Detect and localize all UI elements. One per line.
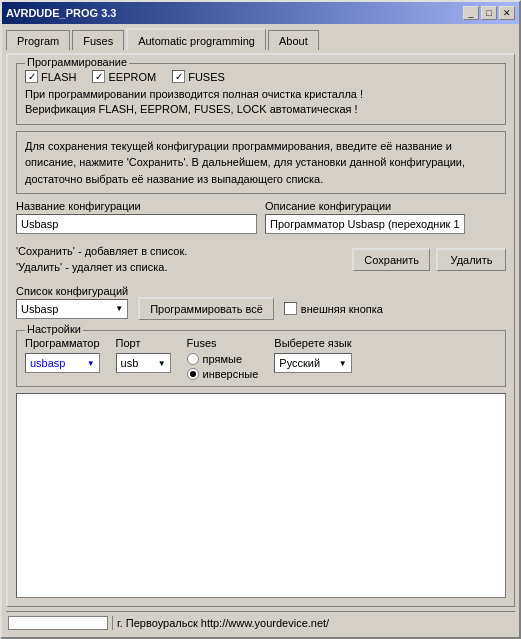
programmer-dropdown[interactable]: usbasp ▼ xyxy=(25,353,100,373)
save-delete-buttons: Сохранить Удалить xyxy=(352,248,506,271)
inverse-label: инверсные xyxy=(203,368,259,380)
config-name-input[interactable] xyxy=(16,214,257,234)
action-note-line1: 'Сохранить' - добавляет в список. xyxy=(16,244,187,259)
fuses-label: FUSES xyxy=(188,71,225,83)
inverse-radio-item: инверсные xyxy=(187,368,259,380)
config-name-group: Название конфигурации xyxy=(16,200,257,234)
fuses-checkbox[interactable]: ✓ xyxy=(172,70,185,83)
external-button-checkbox: внешняя кнопка xyxy=(284,302,383,315)
config-list-arrow: ▼ xyxy=(115,304,123,313)
flash-checkbox-item: ✓ FLASH xyxy=(25,70,76,83)
save-button[interactable]: Сохранить xyxy=(352,248,430,271)
config-list-dropdown[interactable]: Usbasp ▼ xyxy=(16,299,128,319)
minimize-button[interactable]: _ xyxy=(463,6,479,20)
programmer-value: usbasp xyxy=(30,357,65,369)
port-group: Порт usb ▼ xyxy=(116,337,171,373)
port-value: usb xyxy=(121,357,139,369)
programming-group: Программирование ✓ FLASH ✓ EEPROM ✓ FUSE… xyxy=(16,63,506,125)
config-form-row: Название конфигурации Описание конфигура… xyxy=(16,200,506,234)
fuses-radio-group: прямые инверсные xyxy=(187,353,259,380)
program-all-button[interactable]: Программировать всё xyxy=(138,297,274,320)
status-text: г. Первоуральск http://www.yourdevice.ne… xyxy=(117,617,329,629)
tab-program[interactable]: Program xyxy=(6,30,70,50)
language-label: Выберете язык xyxy=(274,337,351,349)
programmer-label: Программатор xyxy=(25,337,100,349)
external-button-check[interactable] xyxy=(284,302,297,315)
config-desc-input[interactable] xyxy=(265,214,465,234)
external-button-label: внешняя кнопка xyxy=(301,303,383,315)
tab-fuses[interactable]: Fuses xyxy=(72,30,124,50)
output-area xyxy=(16,393,506,598)
config-desc-label: Описание конфигурации xyxy=(265,200,506,212)
info-line1: При программировании производится полная… xyxy=(25,87,497,102)
direct-radio[interactable] xyxy=(187,353,199,365)
action-note: 'Сохранить' - добавляет в список. 'Удали… xyxy=(16,244,187,275)
language-dropdown[interactable]: Русский ▼ xyxy=(274,353,351,373)
flash-checkbox[interactable]: ✓ xyxy=(25,70,38,83)
window-title: AVRDUDE_PROG 3.3 xyxy=(6,7,116,19)
fuses-checkbox-item: ✓ FUSES xyxy=(172,70,225,83)
checkbox-row: ✓ FLASH ✓ EEPROM ✓ FUSES xyxy=(25,70,497,83)
status-bar: г. Первоуральск http://www.yourdevice.ne… xyxy=(6,611,515,633)
config-list-group: Список конфигураций Usbasp ▼ xyxy=(16,285,128,319)
language-group: Выберете язык Русский ▼ xyxy=(274,337,351,373)
tab-bar: Program Fuses Automatic programming Abou… xyxy=(6,28,515,50)
main-window: AVRDUDE_PROG 3.3 _ □ ✕ Program Fuses Aut… xyxy=(0,0,521,639)
fuses-group: Fuses прямые инверсные xyxy=(187,337,259,380)
port-dropdown[interactable]: usb ▼ xyxy=(116,353,171,373)
main-panel: Программирование ✓ FLASH ✓ EEPROM ✓ FUSE… xyxy=(6,53,515,607)
action-note-line2: 'Удалить' - удаляет из списка. xyxy=(16,260,187,275)
inverse-radio[interactable] xyxy=(187,368,199,380)
settings-row: Программатор usbasp ▼ Порт usb ▼ xyxy=(25,337,497,380)
flash-label: FLASH xyxy=(41,71,76,83)
close-button[interactable]: ✕ xyxy=(499,6,515,20)
config-list-row: Список конфигураций Usbasp ▼ Программиро… xyxy=(16,283,506,320)
title-controls: _ □ ✕ xyxy=(463,6,515,20)
settings-group-label: Настройки xyxy=(25,323,83,335)
config-name-label: Название конфигурации xyxy=(16,200,257,212)
eeprom-label: EEPROM xyxy=(108,71,156,83)
language-arrow: ▼ xyxy=(339,359,347,368)
port-label: Порт xyxy=(116,337,171,349)
direct-radio-item: прямые xyxy=(187,353,259,365)
maximize-button[interactable]: □ xyxy=(481,6,497,20)
config-desc-group: Описание конфигурации xyxy=(265,200,506,234)
action-row: 'Сохранить' - добавляет в список. 'Удали… xyxy=(16,244,506,275)
programming-group-label: Программирование xyxy=(25,56,129,68)
description-text: Для сохранения текущей конфигурации прог… xyxy=(25,140,465,185)
settings-panel: Настройки Программатор usbasp ▼ Порт xyxy=(16,330,506,387)
config-list-label: Список конфигураций xyxy=(16,285,128,297)
language-value: Русский xyxy=(279,357,320,369)
fuses-settings-label: Fuses xyxy=(187,337,259,349)
programmer-group: Программатор usbasp ▼ xyxy=(25,337,100,373)
config-list-value: Usbasp xyxy=(21,303,58,315)
title-bar: AVRDUDE_PROG 3.3 _ □ ✕ xyxy=(2,2,519,24)
status-separator xyxy=(112,616,113,630)
direct-label: прямые xyxy=(203,353,243,365)
window-body: Program Fuses Automatic programming Abou… xyxy=(2,24,519,637)
port-arrow: ▼ xyxy=(158,359,166,368)
description-box: Для сохранения текущей конфигурации прог… xyxy=(16,131,506,195)
progress-bar-container xyxy=(8,616,108,630)
tab-about[interactable]: About xyxy=(268,30,319,50)
delete-button[interactable]: Удалить xyxy=(436,248,506,271)
eeprom-checkbox[interactable]: ✓ xyxy=(92,70,105,83)
programmer-arrow: ▼ xyxy=(87,359,95,368)
eeprom-checkbox-item: ✓ EEPROM xyxy=(92,70,156,83)
info-line2: Верификация FLASH, EEPROM, FUSES, LOCK а… xyxy=(25,102,497,117)
tab-auto-programming[interactable]: Automatic programming xyxy=(126,28,266,50)
